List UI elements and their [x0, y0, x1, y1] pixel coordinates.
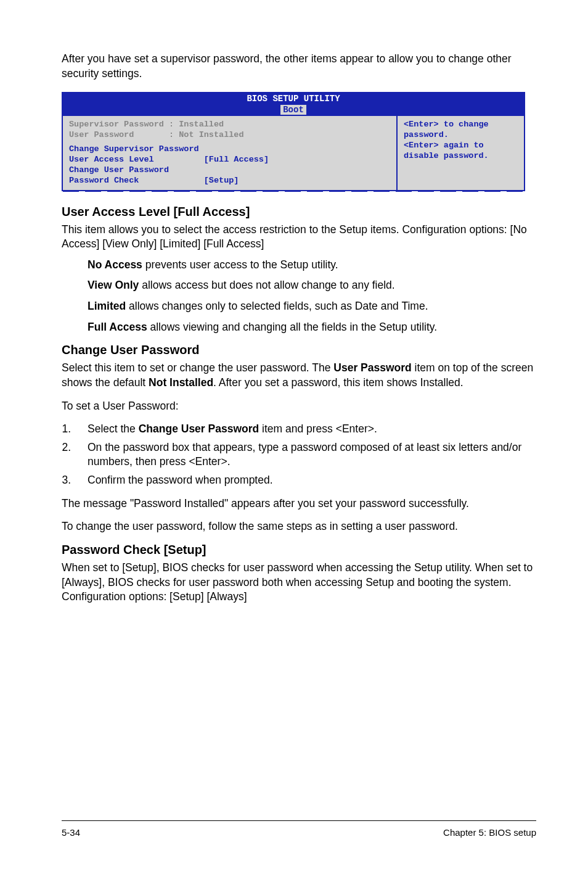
cup-success-msg: The message "Password Installed" appears…	[62, 497, 536, 511]
cup-steps: Select the Change User Password item and…	[74, 422, 536, 488]
ual-description: This item allows you to select the acces…	[62, 223, 536, 252]
bios-help-line4: disable password.	[404, 151, 519, 162]
cup-p1b: User Password	[333, 361, 411, 374]
page-footer: 5-34 Chapter 5: BIOS setup	[0, 820, 588, 838]
bios-right-panel: <Enter> to change password. <Enter> agai…	[396, 116, 524, 189]
ual-limited-t: allows changes only to selected fields, …	[126, 300, 428, 312]
ual-full-access-b: Full Access	[88, 321, 147, 333]
bios-password-check-label: Password Check	[69, 176, 139, 185]
bios-bottom-edge	[62, 190, 525, 192]
ual-view-only: View Only allows access but does not all…	[88, 278, 536, 293]
bios-change-user-password: Change User Password	[69, 165, 391, 176]
intro-paragraph: After you have set a supervisor password…	[62, 52, 536, 81]
list-item: Select the Change User Password item and…	[74, 422, 536, 437]
ual-view-only-t: allows access but does not allow change …	[139, 279, 394, 291]
bios-user-access-level: User Access Level [Full Access]	[69, 155, 391, 165]
bios-password-check-value: [Setup]	[204, 176, 239, 185]
bios-header: BIOS SETUP UTILITY Boot	[62, 92, 525, 115]
ual-full-access-t: allows viewing and changing all the fiel…	[147, 321, 438, 333]
footer-divider	[62, 820, 536, 821]
ual-limited-b: Limited	[88, 300, 126, 312]
bios-body: Supervisor Password : Installed User Pas…	[62, 115, 525, 191]
bios-password-check: Password Check [Setup]	[69, 176, 391, 186]
li1a: Select the	[88, 423, 139, 435]
footer-page-number: 5-34	[62, 827, 80, 838]
bios-screenshot: BIOS SETUP UTILITY Boot Supervisor Passw…	[62, 92, 525, 192]
cup-p1a: Select this item to set or change the us…	[62, 361, 333, 374]
heading-user-access-level: User Access Level [Full Access]	[62, 205, 536, 219]
bios-tab-boot: Boot	[280, 105, 306, 115]
heading-change-user-password: Change User Password	[62, 343, 536, 357]
bios-user-access-level-value: [Full Access]	[204, 155, 269, 164]
cup-p1d: Not Installed	[149, 376, 213, 389]
list-item: On the password box that appears, type a…	[74, 440, 536, 469]
cup-p1e: . After you set a password, this item sh…	[213, 376, 463, 389]
ual-limited: Limited allows changes only to selected …	[88, 299, 536, 314]
ual-no-access-t: prevents user access to the Setup utilit…	[142, 258, 338, 271]
bios-help-line1: <Enter> to change	[404, 120, 519, 130]
bios-title: BIOS SETUP UTILITY	[63, 94, 524, 104]
cup-change-note: To change the user password, follow the …	[62, 519, 536, 534]
cup-description: Select this item to set or change the us…	[62, 361, 536, 390]
bios-left-panel: Supervisor Password : Installed User Pas…	[63, 116, 396, 189]
list-item: Confirm the password when prompted.	[74, 473, 536, 488]
bios-user-access-level-label: User Access Level	[69, 155, 154, 164]
pc-description: When set to [Setup], BIOS checks for use…	[62, 561, 536, 604]
ual-full-access: Full Access allows viewing and changing …	[88, 320, 536, 335]
bios-help-line3: <Enter> again to	[404, 141, 519, 151]
li1b: Change User Password	[139, 423, 259, 435]
heading-password-check: Password Check [Setup]	[62, 543, 536, 557]
bios-user-password-status: User Password : Not Installed	[69, 130, 391, 141]
bios-change-supervisor-password: Change Supervisor Password	[69, 144, 391, 155]
bios-supervisor-password-status: Supervisor Password : Installed	[69, 120, 391, 130]
ual-no-access-b: No Access	[88, 258, 142, 271]
ual-view-only-b: View Only	[88, 279, 139, 291]
cup-to-set: To set a User Password:	[62, 399, 536, 414]
li1c: item and press <Enter>.	[259, 423, 377, 435]
ual-no-access: No Access prevents user access to the Se…	[88, 258, 536, 273]
footer-chapter: Chapter 5: BIOS setup	[443, 827, 536, 838]
bios-help-line2: password.	[404, 130, 519, 141]
